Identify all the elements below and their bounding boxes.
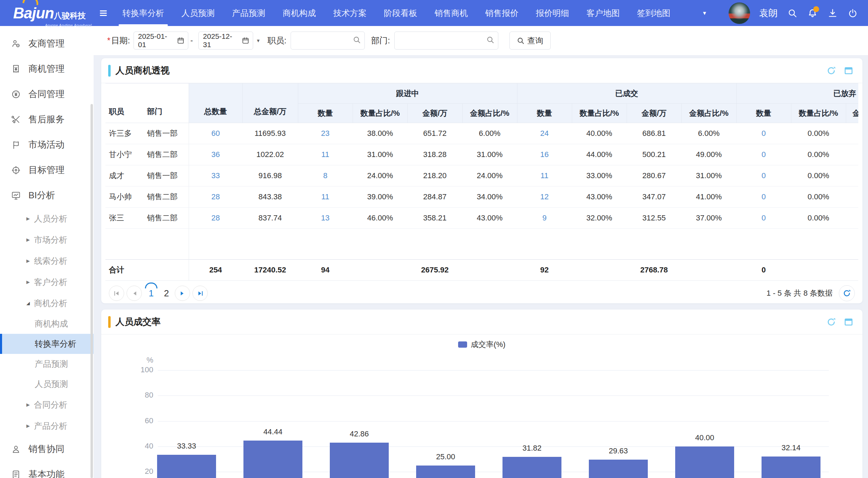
user-avatar[interactable] (729, 2, 750, 24)
table-cell-name: 马小帅 (105, 186, 144, 208)
sidebar-item-8[interactable]: ▶人员分析 (0, 208, 94, 229)
table-scroll-container[interactable]: 职员部门总数量总金额/万跟进中已成交已放弃数量数量占比/%金额/万金额占比/%数… (105, 83, 858, 281)
total-count-link[interactable]: 28 (189, 208, 242, 229)
panel-window-icon[interactable] (844, 66, 853, 76)
abandoned-count-link[interactable]: 0 (736, 144, 791, 165)
date-range-separator: - (190, 36, 193, 45)
date-start-input[interactable]: 2025-01-01 (134, 32, 188, 50)
sidebar-item-1[interactable]: vs友商管理 (0, 31, 94, 56)
following-count-link[interactable]: 11 (298, 144, 353, 165)
table-cell-dept: 销售二部 (144, 186, 189, 208)
panel-refresh-icon[interactable] (826, 66, 836, 76)
abandoned-count-link[interactable]: 0 (736, 208, 791, 229)
table-cell-f_amount_pct: 34.00% (462, 186, 517, 208)
sidebar-item-16[interactable]: 人员预测 (0, 374, 94, 394)
total-count-link[interactable]: 60 (189, 123, 242, 144)
power-icon[interactable] (847, 8, 858, 19)
staff-search-input[interactable] (294, 32, 353, 49)
sidebar-item-3[interactable]: 合同管理 (0, 81, 94, 107)
abandoned-count-link[interactable]: 0 (736, 123, 791, 144)
sidebar-item-4[interactable]: 售后服务 (0, 107, 94, 132)
abandoned-count-link[interactable]: 0 (736, 165, 791, 186)
won-count-link[interactable]: 9 (517, 208, 572, 229)
date-preset-caret-icon[interactable]: ▼ (256, 38, 260, 43)
column-subheader: 数量 (736, 104, 791, 123)
sidebar-item-11[interactable]: ▶客户分析 (0, 271, 94, 293)
triangle-collapsed-icon: ▶ (26, 423, 30, 428)
table-refresh-button[interactable] (839, 285, 855, 301)
nav-tab-label: 阶段看板 (384, 8, 417, 19)
query-button[interactable]: 查询 (509, 32, 551, 50)
sidebar-item-2[interactable]: 商机管理 (0, 56, 94, 81)
sidebar-item-15[interactable]: 产品预测 (0, 354, 94, 374)
following-count-link[interactable]: 11 (298, 186, 353, 208)
table-cell-w_amount: 500.21 (627, 144, 681, 165)
pager-next-button[interactable] (175, 286, 190, 301)
sidebar-item-9[interactable]: ▶市场分析 (0, 229, 94, 250)
menu-icon[interactable] (93, 0, 114, 26)
total-cell-f_count_pct (353, 260, 407, 281)
panel-window-icon[interactable] (844, 317, 853, 327)
table-cell-w_amount: 686.81 (627, 123, 681, 144)
sidebar-item-18[interactable]: ▶产品分析 (0, 415, 94, 436)
won-count-link[interactable]: 16 (517, 144, 572, 165)
nav-tab-11[interactable]: 签到地图 (628, 0, 679, 26)
pager-prev-button[interactable] (127, 286, 142, 301)
sidebar-item-13[interactable]: 商机构成 (0, 314, 94, 334)
nav-tab-8[interactable]: 销售报价 (476, 0, 527, 26)
panel2-title: 人员成交率 (115, 316, 161, 328)
search-icon[interactable] (486, 36, 495, 45)
pager-first-button[interactable] (109, 286, 124, 301)
download-icon[interactable] (827, 8, 838, 19)
tabs-overflow-caret-icon[interactable]: ▼ (702, 10, 707, 16)
search-icon[interactable] (787, 8, 798, 19)
current-page-arc (145, 283, 157, 288)
sidebar-item-14[interactable]: 转换率分析 (0, 334, 94, 354)
won-count-link[interactable]: 12 (517, 186, 572, 208)
chart-bar-value-label: 33.33 (143, 442, 230, 451)
search-icon[interactable] (353, 36, 361, 45)
sidebar-item-7[interactable]: BI分析 (0, 183, 94, 208)
nav-tab-3[interactable]: 产品预测 (223, 0, 274, 26)
nav-tab-4[interactable]: 商机构成 (274, 0, 325, 26)
following-count-link[interactable]: 8 (298, 165, 353, 186)
pager-last-button[interactable] (192, 286, 208, 301)
nav-tab-5[interactable]: 技术方案 (325, 0, 375, 26)
date-end-input[interactable]: 2025-12-31 (198, 32, 253, 50)
sidebar-item-6[interactable]: 目标管理 (0, 157, 94, 183)
nav-tab-7[interactable]: 销售商机 (426, 0, 476, 26)
won-count-link[interactable]: 11 (517, 165, 572, 186)
chart-area: %1008060402033.3344.4442.8625.0031.8229.… (101, 334, 862, 478)
bell-icon[interactable] (807, 8, 818, 19)
sidebar-item-20[interactable]: 基本功能 (0, 462, 94, 478)
won-count-link[interactable]: 24 (517, 123, 572, 144)
following-count-link[interactable]: 23 (298, 123, 353, 144)
total-count-link[interactable]: 33 (189, 165, 242, 186)
sidebar-item-5[interactable]: 市场活动 (0, 132, 94, 157)
sidebar-item-12[interactable]: ◢商机分析 (0, 293, 94, 314)
sidebar-item-17[interactable]: ▶合同分析 (0, 394, 94, 415)
app-logo[interactable]: Bajun八骏科技 Anyone,Anytime,Anywhere! (0, 0, 93, 26)
total-count-link[interactable]: 36 (189, 144, 242, 165)
nav-tab-6[interactable]: 阶段看板 (375, 0, 426, 26)
panel-refresh-icon[interactable] (826, 317, 836, 327)
sidebar-item-label: 商机管理 (28, 63, 65, 75)
sidebar-item-19[interactable]: 销售协同 (0, 436, 94, 462)
following-count-link[interactable]: 13 (298, 208, 353, 229)
table-cell-name: 成才 (105, 165, 144, 186)
column-subheader: 数量 (298, 104, 353, 123)
nav-tab-label: 人员预测 (181, 8, 215, 19)
pager-page-2[interactable]: 2 (160, 288, 173, 299)
total-cell-dept (144, 260, 189, 281)
nav-tab-1[interactable]: 转换率分析 (114, 0, 173, 26)
pager-page-1[interactable]: 1 (144, 288, 158, 299)
dept-search-input[interactable] (398, 32, 486, 49)
basic-functions-icon (11, 470, 21, 478)
total-count-link[interactable]: 28 (189, 186, 242, 208)
abandoned-count-link[interactable]: 0 (736, 186, 791, 208)
sidebar-item-10[interactable]: ▶线索分析 (0, 250, 94, 271)
nav-tab-10[interactable]: 客户地图 (578, 0, 628, 26)
nav-tab-2[interactable]: 人员预测 (173, 0, 223, 26)
nav-tab-9[interactable]: 报价明细 (527, 0, 578, 26)
sidebar-scrollbar[interactable] (91, 104, 93, 478)
